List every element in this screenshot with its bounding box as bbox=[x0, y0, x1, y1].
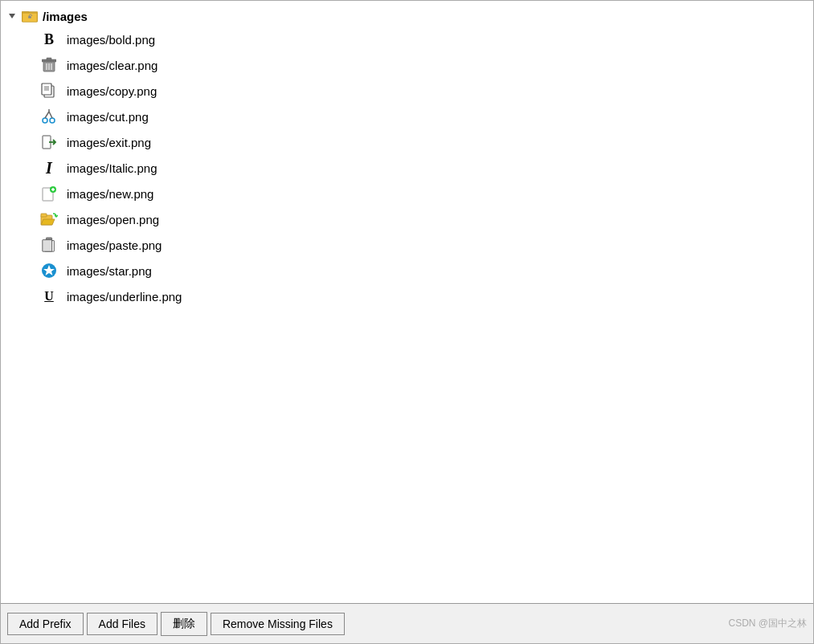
list-item[interactable]: images/clear.png bbox=[33, 52, 813, 78]
add-files-button[interactable]: Add Files bbox=[87, 613, 157, 635]
chevron-down-icon bbox=[7, 11, 17, 21]
file-name: images/cut.png bbox=[67, 110, 149, 124]
star-icon bbox=[39, 261, 59, 280]
file-name: images/paste.png bbox=[67, 238, 162, 252]
file-name: images/copy.png bbox=[67, 84, 157, 98]
file-name: images/exit.png bbox=[67, 136, 151, 149]
list-item[interactable]: U images/underline.png bbox=[33, 283, 813, 309]
svg-point-16 bbox=[43, 118, 47, 123]
bold-icon: B bbox=[39, 30, 59, 49]
list-item[interactable]: images/star.png bbox=[33, 258, 813, 283]
list-item[interactable]: images/new.png bbox=[33, 181, 813, 206]
file-name: images/star.png bbox=[67, 264, 152, 278]
exit-icon bbox=[39, 132, 59, 152]
cut-icon bbox=[39, 107, 59, 126]
file-name: images/clear.png bbox=[67, 59, 157, 72]
svg-line-18 bbox=[45, 112, 49, 118]
svg-point-17 bbox=[50, 118, 55, 123]
watermark-label: CSDN @国中之林 bbox=[728, 617, 807, 630]
new-icon bbox=[39, 184, 59, 203]
underline-icon: U bbox=[39, 287, 59, 306]
svg-rect-12 bbox=[42, 84, 51, 95]
svg-rect-29 bbox=[41, 214, 47, 217]
tree-area[interactable]: /images B images/bold.png bbox=[1, 1, 813, 603]
remove-missing-button[interactable]: Remove Missing Files bbox=[211, 613, 345, 635]
paste-icon bbox=[39, 235, 59, 255]
svg-rect-7 bbox=[47, 58, 51, 60]
list-item[interactable]: images/cut.png bbox=[33, 104, 813, 129]
svg-line-19 bbox=[49, 112, 52, 118]
italic-icon: I bbox=[39, 158, 59, 177]
root-item[interactable]: /images bbox=[1, 6, 813, 26]
list-item[interactable]: images/paste.png bbox=[33, 232, 813, 258]
clear-icon bbox=[39, 55, 59, 75]
list-item[interactable]: I images/Italic.png bbox=[33, 155, 813, 181]
copy-icon bbox=[39, 81, 59, 100]
toolbar: Add Prefix Add Files 删除 Remove Missing F… bbox=[1, 603, 813, 643]
file-name: images/bold.png bbox=[67, 33, 155, 47]
file-name: images/underline.png bbox=[67, 290, 182, 304]
svg-rect-4 bbox=[28, 16, 31, 18]
add-prefix-button[interactable]: Add Prefix bbox=[7, 613, 84, 635]
main-container: /images B images/bold.png bbox=[0, 0, 814, 644]
list-item[interactable]: B images/bold.png bbox=[33, 26, 813, 52]
file-name: images/new.png bbox=[67, 187, 153, 201]
file-list: B images/bold.png bbox=[1, 26, 813, 309]
open-icon bbox=[39, 210, 59, 229]
list-item[interactable]: images/copy.png bbox=[33, 78, 813, 104]
folder-icon bbox=[22, 8, 38, 24]
tree-root: /images B images/bold.png bbox=[1, 6, 813, 309]
delete-button[interactable]: 删除 bbox=[161, 612, 207, 636]
file-name: images/open.png bbox=[67, 213, 159, 226]
list-item[interactable]: images/open.png bbox=[33, 206, 813, 232]
list-item[interactable]: images/exit.png bbox=[33, 129, 813, 155]
file-name: images/Italic.png bbox=[67, 161, 157, 175]
svg-marker-0 bbox=[9, 14, 15, 18]
svg-rect-35 bbox=[43, 240, 52, 252]
root-label: /images bbox=[43, 10, 88, 23]
